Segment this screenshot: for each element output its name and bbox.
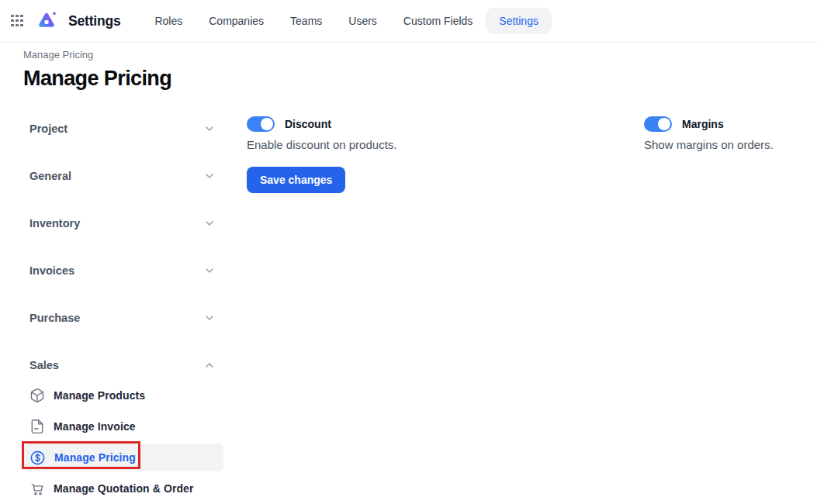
nav-item[interactable]: Settings [486,8,552,34]
nav-item[interactable]: Companies [196,8,277,34]
sidebar-section[interactable]: Invoices [23,257,223,285]
discount-toggle[interactable] [247,116,275,132]
sidebar-section[interactable]: Purchase [23,304,223,332]
sidebar-sub-item[interactable]: Manage Pricing [23,444,223,471]
sidebar-sub-item[interactable]: Manage Quotation & Order [23,475,223,502]
app-grid-icon[interactable] [11,15,24,28]
page-body: Manage Pricing Manage Pricing Project Ge… [0,49,817,504]
sidebar-sub-item-label: Manage Pricing [54,451,136,464]
cart-icon [29,481,45,496]
page-title: Manage Pricing [23,67,794,91]
margins-description: Show margins on orders. [644,138,794,151]
sidebar-section-label: Invoices [29,264,74,277]
discount-toggle-label: Discount [285,118,331,130]
sidebar-sub-item-label: Manage Products [54,389,145,402]
sidebar-sub-item[interactable]: Manage Invoice [23,413,223,440]
sidebar-section[interactable]: Sales [23,351,223,379]
invoice-icon [29,419,45,434]
sidebar-section[interactable]: Inventory [23,209,223,237]
sidebar-section-label: Purchase [29,312,80,324]
chevron-up-icon [203,359,216,371]
discount-description: Enable discount on products. [247,138,644,151]
nav-item[interactable]: Roles [141,8,196,34]
breadcrumb: Manage Pricing [23,49,794,60]
dollar-circle-icon [29,450,46,466]
sidebar-sub-item-label: Manage Quotation & Order [54,482,194,495]
sidebar-sub-item[interactable]: Manage Products [23,381,223,409]
sidebar-section-label: General [29,170,71,182]
package-icon [29,388,45,403]
sidebar-section[interactable]: Project [23,115,223,143]
chevron-down-icon [203,264,216,277]
margins-setting: Margins Show margins on orders. [644,115,794,504]
margins-toggle-label: Margins [682,118,724,130]
top-navbar: Settings RolesCompaniesTeamsUsersCustom … [0,0,817,43]
sidebar-section-label: Sales [29,359,59,371]
top-nav-menu: RolesCompaniesTeamsUsersCustom FieldsSet… [141,8,551,34]
margins-toggle[interactable] [644,116,672,132]
sidebar-sub-item-label: Manage Invoice [54,420,136,433]
nav-item[interactable]: Custom Fields [390,8,486,34]
nav-item[interactable]: Teams [277,8,335,34]
settings-sidebar: Project General Inventory Invoices Purch… [23,115,223,504]
app-title: Settings [68,13,120,29]
sidebar-section-label: Project [29,123,68,135]
sidebar-section-label: Inventory [29,217,80,230]
settings-panel: Discount Enable discount on products. Sa… [247,115,794,504]
nav-item[interactable]: Users [335,8,390,34]
chevron-down-icon [203,123,216,135]
save-changes-button[interactable]: Save changes [247,167,345,193]
chevron-down-icon [203,217,216,230]
app-logo-icon [35,9,58,33]
sidebar-section[interactable]: General [23,162,223,190]
chevron-down-icon [203,170,216,182]
chevron-down-icon [203,312,216,324]
sales-sub-menu: Manage Products Manage Invoice Manage Pr… [23,381,223,502]
discount-setting: Discount Enable discount on products. Sa… [247,115,644,504]
